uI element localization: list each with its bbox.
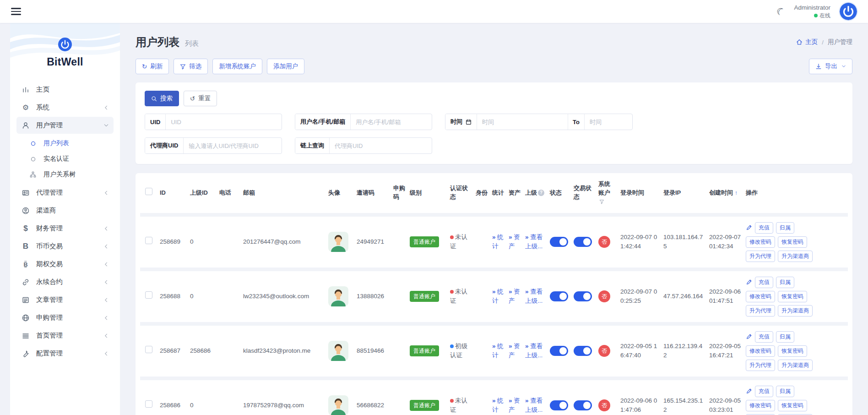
belong-button[interactable]: 归属 (776, 222, 794, 234)
chain-query-input[interactable] (330, 138, 432, 153)
edit-pencil-icon[interactable] (746, 279, 752, 285)
avatar[interactable] (328, 232, 348, 252)
recharge-button[interactable]: 充值 (755, 222, 773, 234)
user-block[interactable]: Administrator 在线 (794, 4, 830, 19)
edit-pencil-icon[interactable] (746, 224, 752, 231)
chain-query-label: 链上查询 (300, 142, 324, 150)
search-button[interactable]: 搜索 (145, 91, 179, 106)
upgrade-agent-button[interactable]: 升为代理 (746, 305, 775, 317)
trade-status-toggle[interactable] (574, 400, 592, 410)
view-parent-link[interactable]: » 查看上级... (523, 215, 548, 269)
sidebar-item-system[interactable]: ⚙ 系统 (16, 99, 114, 116)
username-input[interactable] (351, 114, 432, 130)
user-avatar[interactable] (840, 3, 857, 20)
row-select-checkbox[interactable] (145, 237, 152, 244)
sidebar-item-finance-management[interactable]: $ 财务管理 (16, 220, 114, 237)
edit-pencil-icon[interactable] (746, 388, 752, 394)
view-parent-link[interactable]: » 查看上级... (523, 269, 548, 324)
belong-button[interactable]: 归属 (776, 331, 794, 343)
sidebar-item-homepage-management[interactable]: 首页管理 (16, 327, 114, 344)
sidebar-item-spot-trading[interactable]: B 币币交易 (16, 238, 114, 255)
hamburger-menu-icon[interactable] (11, 6, 21, 17)
change-password-button[interactable]: 修改密码 (746, 291, 775, 302)
chevrons-icon: » (525, 397, 529, 404)
time-from-input[interactable] (477, 114, 568, 130)
restore-password-button[interactable]: 恢复密码 (778, 291, 807, 302)
avatar[interactable] (328, 286, 348, 306)
assets-link[interactable]: » 资产 (506, 324, 523, 378)
belong-button[interactable]: 归属 (776, 277, 794, 288)
stats-link[interactable]: » 统计 (490, 324, 506, 378)
recharge-button[interactable]: 充值 (755, 331, 773, 343)
sidebar-item-subscription-management[interactable]: 申购管理 (16, 309, 114, 326)
assets-link[interactable]: » 资产 (506, 215, 523, 269)
sidebar-item-agent-management[interactable]: 代理管理 (16, 184, 114, 201)
sidebar-subitem-user-relation-tree[interactable]: 用户关系树 (24, 167, 114, 182)
filter-button[interactable]: 筛选 (174, 59, 208, 74)
sidebar-subitem-label: 用户关系树 (43, 170, 76, 179)
upgrade-channel-button[interactable]: 升为渠道商 (778, 360, 813, 371)
wrench-icon (21, 350, 30, 357)
restore-password-button[interactable]: 恢复密码 (778, 236, 807, 248)
upgrade-channel-button[interactable]: 升为渠道商 (778, 251, 813, 262)
select-all-checkbox[interactable] (145, 188, 152, 195)
stats-link[interactable]: » 统计 (490, 378, 506, 415)
sidebar-subitem-user-list[interactable]: 用户列表 (24, 136, 114, 151)
refresh-button[interactable]: ↻ 刷新 (136, 59, 169, 74)
upgrade-agent-button[interactable]: 升为代理 (746, 251, 775, 262)
status-toggle[interactable] (550, 291, 568, 301)
sidebar-item-home[interactable]: 主页 (16, 81, 114, 98)
edit-pencil-icon[interactable] (746, 333, 752, 340)
col-created-at[interactable]: 创建时间 ↑ (707, 173, 743, 215)
add-user-button[interactable]: 添加用户 (267, 59, 304, 74)
recharge-button[interactable]: 充值 (755, 277, 773, 288)
column-filter-funnel-icon[interactable] (599, 199, 604, 204)
reset-button[interactable]: ↺ 重置 (184, 91, 217, 106)
sidebar-item-user-management[interactable]: 用户管理 (16, 117, 114, 134)
sidebar-item-channel[interactable]: 渠道商 (16, 202, 114, 219)
change-password-button[interactable]: 修改密码 (746, 345, 775, 357)
brand-logo[interactable]: BitWell (10, 23, 120, 76)
info-icon[interactable]: ? (538, 190, 544, 196)
row-select-checkbox[interactable] (145, 346, 152, 353)
trade-status-toggle[interactable] (574, 346, 592, 356)
sidebar-item-config-management[interactable]: 配置管理 (16, 345, 114, 362)
sidebar-item-perpetual-contract[interactable]: 永续合约 (16, 273, 114, 290)
recharge-button[interactable]: 充值 (755, 386, 773, 397)
agent-uid-input[interactable] (184, 138, 282, 153)
add-system-account-button[interactable]: 新增系统账户 (212, 59, 262, 74)
row-select-checkbox[interactable] (145, 400, 152, 408)
row-select-checkbox[interactable] (145, 291, 152, 299)
time-to-input[interactable] (585, 114, 633, 130)
status-toggle[interactable] (550, 400, 568, 410)
trade-status-toggle[interactable] (574, 237, 592, 247)
stats-link[interactable]: » 统计 (490, 269, 506, 324)
upgrade-channel-button[interactable]: 升为渠道商 (778, 305, 813, 317)
restore-password-button[interactable]: 恢复密码 (778, 345, 807, 357)
change-password-button[interactable]: 修改密码 (746, 236, 775, 248)
sidebar-item-article-management[interactable]: 文章管理 (16, 291, 114, 308)
breadcrumb-home-link[interactable]: 主页 (796, 38, 818, 46)
upgrade-agent-button[interactable]: 升为代理 (746, 360, 775, 371)
trade-status-toggle[interactable] (574, 291, 592, 301)
belong-button[interactable]: 归属 (776, 386, 794, 397)
breadcrumb-current[interactable]: 用户管理 (828, 38, 852, 46)
view-parent-link[interactable]: » 查看上级... (523, 324, 548, 378)
sidebar-item-options-trading[interactable]: B 期权交易 (16, 256, 114, 273)
avatar[interactable] (328, 395, 348, 415)
status-toggle[interactable] (550, 237, 568, 247)
chevron-left-icon (103, 351, 109, 356)
dark-mode-icon[interactable]: ☾ (775, 5, 787, 18)
avatar[interactable] (328, 341, 348, 361)
change-password-button[interactable]: 修改密码 (746, 400, 775, 411)
sort-ascending-icon[interactable]: ↑ (735, 189, 738, 196)
status-toggle[interactable] (550, 346, 568, 356)
assets-link[interactable]: » 资产 (506, 378, 523, 415)
export-button[interactable]: 导出 (809, 59, 852, 74)
restore-password-button[interactable]: 恢复密码 (778, 400, 807, 411)
uid-input[interactable] (166, 114, 282, 130)
stats-link[interactable]: » 统计 (490, 215, 506, 269)
assets-link[interactable]: » 资产 (506, 269, 523, 324)
view-parent-link[interactable]: » 查看上级... (523, 378, 548, 415)
sidebar-subitem-real-name-auth[interactable]: 实名认证 (24, 151, 114, 167)
